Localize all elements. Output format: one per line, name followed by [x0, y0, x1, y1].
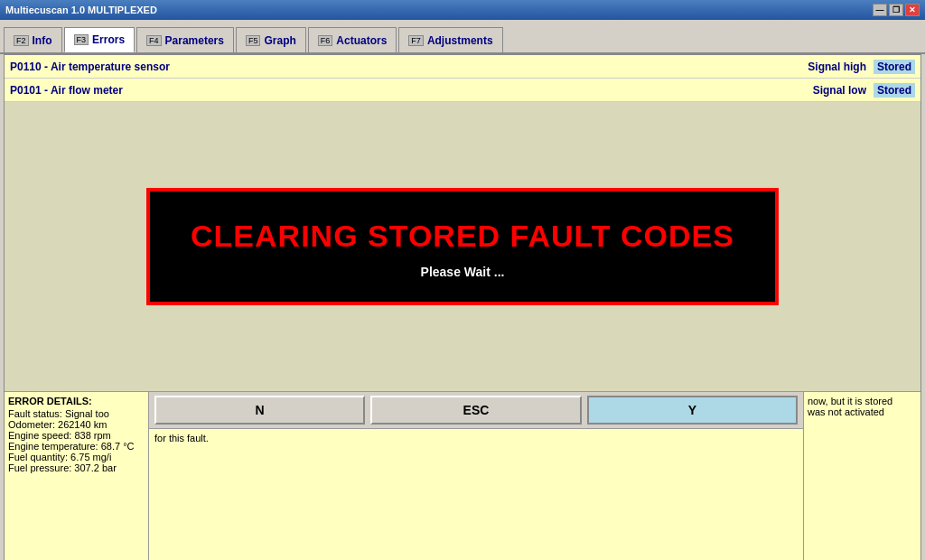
restore-button[interactable]: ❐: [889, 4, 903, 16]
n-button[interactable]: N: [154, 396, 365, 425]
right-panel-line-1: was not activated: [808, 406, 917, 417]
tab-info[interactable]: F2 Info: [4, 27, 62, 52]
right-panel-line-0: now, but it is stored: [808, 396, 917, 406]
error-detail-line-5: Fuel pressure: 307.2 bar: [8, 462, 145, 473]
close-button[interactable]: ✕: [905, 4, 920, 16]
error-details-panel: ERROR DETAILS: Fault status: Signal too …: [5, 392, 149, 560]
error-detail-line-4: Fuel quantity: 6.75 mg/i: [8, 452, 145, 462]
modal-subtitle: Please Wait ...: [168, 265, 757, 279]
tab-key-errors: F3: [74, 34, 89, 45]
table-row[interactable]: P0110 - Air temperature sensor Signal hi…: [5, 55, 920, 79]
titlebar-title: Multiecuscan 1.0 MULTIPLEXED: [5, 5, 157, 15]
tab-label-errors: Errors: [92, 33, 125, 46]
button-row: N ESC Y: [149, 392, 803, 429]
error-code-0: P0110 - Air temperature sensor: [10, 61, 808, 73]
right-panel: now, but it is stored was not activated: [803, 392, 920, 560]
tab-bar: F2 Info F3 Errors F4 Parameters F5 Graph…: [0, 20, 925, 54]
error-detail-line-1: Odometer: 262140 km: [8, 419, 145, 430]
error-status-0: Signal high: [808, 61, 866, 73]
modal-title: CLEARING STORED FAULT CODES: [168, 219, 757, 254]
error-code-1: P0101 - Air flow meter: [10, 84, 813, 97]
error-details-title: ERROR DETAILS:: [8, 396, 145, 406]
tab-parameters[interactable]: F4 Parameters: [136, 27, 234, 52]
error-detail-line-0: Fault status: Signal too: [8, 408, 145, 419]
tab-label-adjustments: Adjustments: [427, 34, 493, 47]
esc-button[interactable]: ESC: [370, 396, 581, 425]
tab-key-graph: F5: [246, 35, 261, 46]
modal-box: CLEARING STORED FAULT CODES Please Wait …: [146, 188, 779, 305]
y-button[interactable]: Y: [587, 396, 798, 425]
error-detail-line-2: Engine speed: 838 rpm: [8, 430, 145, 441]
error-stored-0: Stored: [874, 60, 915, 74]
error-detail-line-3: Engine temperature: 68.7 °C: [8, 441, 145, 452]
tab-adjustments[interactable]: F7 Adjustments: [398, 27, 502, 52]
tab-label-parameters: Parameters: [165, 34, 224, 47]
table-row[interactable]: P0101 - Air flow meter Signal low Stored: [5, 79, 920, 102]
error-stored-1: Stored: [874, 83, 915, 98]
titlebar-controls: — ❐ ✕: [873, 4, 920, 16]
tab-key-info: F2: [14, 35, 29, 46]
main-panel: P0110 - Air temperature sensor Signal hi…: [4, 54, 921, 560]
content-area: CLEARING STORED FAULT CODES Please Wait …: [5, 102, 920, 391]
tab-label-graph: Graph: [264, 34, 295, 47]
tab-label-actuators: Actuators: [336, 34, 387, 47]
modal-overlay: CLEARING STORED FAULT CODES Please Wait …: [5, 102, 920, 391]
error-status-1: Signal low: [813, 84, 866, 97]
minimize-button[interactable]: —: [873, 4, 887, 16]
center-panel: N ESC Y for this fault.: [149, 392, 803, 560]
bottom-area: ERROR DETAILS: Fault status: Signal too …: [5, 391, 920, 560]
titlebar: Multiecuscan 1.0 MULTIPLEXED — ❐ ✕: [0, 0, 925, 20]
tab-key-parameters: F4: [146, 35, 162, 46]
tab-key-actuators: F6: [318, 35, 333, 46]
description-text: for this fault.: [149, 429, 803, 560]
tab-label-info: Info: [33, 34, 52, 47]
description-content: for this fault.: [154, 433, 209, 443]
tab-actuators[interactable]: F6 Actuators: [308, 27, 397, 52]
tab-graph[interactable]: F5 Graph: [236, 27, 306, 52]
tab-errors[interactable]: F3 Errors: [64, 27, 135, 52]
tab-key-adjustments: F7: [408, 35, 424, 46]
